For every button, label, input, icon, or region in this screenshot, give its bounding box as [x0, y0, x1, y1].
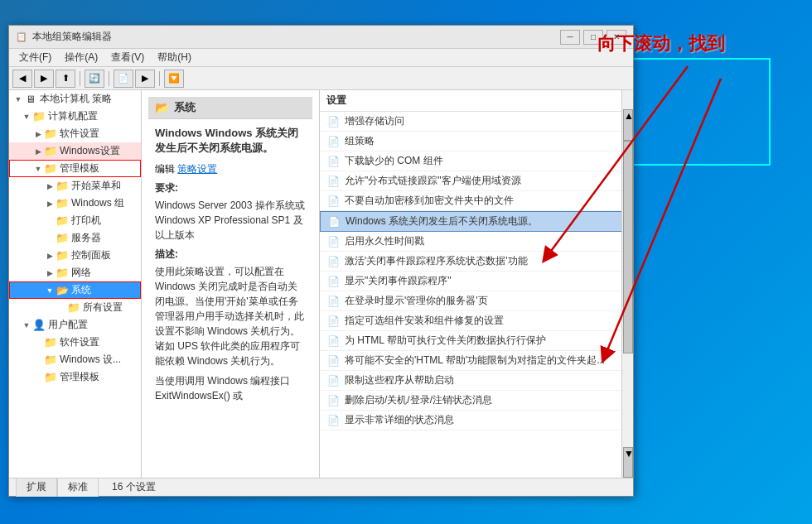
folder-icon: 📁: [56, 250, 69, 262]
tree-item-windows-settings[interactable]: ▶ 📁 Windows设置: [9, 142, 141, 160]
expand-icon[interactable]: ▶: [44, 180, 56, 192]
settings-item-10[interactable]: 📄 指定可选组件安装和组件修复的设置: [320, 311, 633, 331]
help-button[interactable]: ▶: [135, 70, 155, 88]
expand-icon[interactable]: [44, 233, 56, 244]
settings-item-6[interactable]: 📄 启用永久性时间戳: [320, 232, 633, 252]
folder-icon: 📁: [44, 372, 57, 383]
expand-icon[interactable]: ▶: [44, 198, 56, 209]
refresh-button[interactable]: 🔄: [85, 70, 104, 88]
item-label: 删除启动/关机/登录/注销状态消息: [345, 393, 492, 407]
item-label: 为 HTML 帮助可执行文件关闭数据执行行保护: [345, 334, 546, 348]
folder-icon: 📁: [44, 354, 57, 366]
settings-item-7[interactable]: 📄 激活'关闭事件跟踪程序系统状态数据'功能: [320, 252, 633, 272]
doc-icon: 📄: [325, 155, 341, 168]
menu-help[interactable]: 帮助(H): [151, 49, 198, 66]
tree-item-software-settings[interactable]: ▶ 📁 软件设置: [9, 125, 141, 142]
expand-icon[interactable]: ▼: [21, 320, 32, 331]
expand-icon[interactable]: [32, 337, 44, 349]
expand-icon[interactable]: [32, 354, 44, 366]
tree-item-user-software[interactable]: 📁 软件设置: [9, 334, 141, 351]
tree-item-start-menu[interactable]: ▶ 📁 开始菜单和: [9, 177, 141, 195]
doc-icon: 📄: [325, 135, 341, 148]
main-content: ▼ 🖥 本地计算机 策略 ▼ 📁 计算机配置 ▶ 📁 软件设置 ▶ 📁: [9, 90, 633, 478]
tree-item-admin-templates[interactable]: ▼ 📁 管理模板: [9, 160, 141, 177]
settings-item-12[interactable]: 📄 将可能不安全的'HTML 帮助'功能限制为对指定的文件夹起...: [320, 351, 633, 371]
tab-standard[interactable]: 标准: [57, 478, 99, 497]
item-label: 允许"分布式链接跟踪"客户端使用域资源: [345, 174, 521, 188]
settings-item-4[interactable]: 📄 不要自动加密移到加密文件夹中的文件: [320, 191, 633, 211]
tree-label: 打印机: [71, 214, 101, 228]
settings-item-8[interactable]: 📄 显示"关闭事件跟踪程序": [320, 272, 633, 291]
desc-heading: Windows Windows 系统关闭发生后不关闭系统电源。: [155, 126, 306, 156]
panel-folder-icon: 📂: [155, 101, 169, 114]
forward-button[interactable]: ▶: [34, 70, 54, 88]
settings-item-14[interactable]: 📄 删除启动/关机/登录/注销状态消息: [320, 391, 633, 411]
doc-icon: 📄: [325, 295, 341, 308]
expand-icon[interactable]: ▶: [32, 128, 44, 140]
settings-item-2[interactable]: 📄 下载缺少的 COM 组件: [320, 151, 633, 171]
settings-item-15[interactable]: 📄 显示非常详细的状态消息: [320, 411, 633, 430]
menu-action[interactable]: 操作(A): [58, 49, 104, 66]
expand-icon[interactable]: ▼: [12, 94, 24, 105]
up-button[interactable]: ⬆: [56, 70, 75, 88]
desc-edit-section: 编辑 策略设置: [155, 162, 306, 176]
expand-icon[interactable]: ▼: [32, 163, 44, 175]
tree-item-network[interactable]: ▶ 📁 网络: [9, 264, 141, 281]
policy-link[interactable]: 策略设置: [177, 163, 217, 175]
desc-text: 使用此策略设置，可以配置在Windows 关闭完成时是否自动关闭电源。当使用'开…: [155, 264, 306, 368]
scroll-up-arrow[interactable]: ▲: [623, 109, 633, 140]
settings-item-11[interactable]: 📄 为 HTML 帮助可执行文件关闭数据执行行保护: [320, 331, 633, 351]
back-button[interactable]: ◀: [12, 70, 32, 88]
tree-item-local-policy[interactable]: ▼ 🖥 本地计算机 策略: [9, 90, 141, 108]
minimize-button[interactable]: ─: [560, 30, 580, 45]
tree-item-user-config[interactable]: ▼ 👤 用户配置: [9, 316, 141, 334]
tree-label: 管理模板: [60, 161, 99, 175]
folder-icon: 📁: [56, 198, 69, 209]
expand-icon[interactable]: ▼: [44, 285, 56, 296]
tab-expand[interactable]: 扩展: [16, 478, 57, 497]
settings-item-9[interactable]: 📄 在登录时显示'管理你的服务器'页: [320, 291, 633, 311]
desc-req-section: 要求: Windows Server 2003 操作系统或 Windows XP…: [155, 181, 306, 243]
filter-button[interactable]: 🔽: [164, 70, 184, 88]
doc-icon: 📄: [325, 394, 341, 407]
expand-icon[interactable]: [56, 302, 67, 314]
expand-icon[interactable]: ▶: [44, 267, 56, 279]
item-label: 组策略: [345, 134, 375, 148]
settings-item-13[interactable]: 📄 限制这些程序从帮助启动: [320, 371, 633, 391]
tree-label: Windows 设...: [60, 353, 121, 367]
tree-item-windows-group[interactable]: ▶ 📁 Windows 组: [9, 195, 141, 212]
expand-icon[interactable]: ▼: [21, 111, 32, 123]
item-label: 显示非常详细的状态消息: [345, 413, 454, 427]
scrollbar-thumb[interactable]: [623, 141, 633, 353]
tree-label: 计算机配置: [48, 109, 98, 123]
tree-item-printer[interactable]: 📁 打印机: [9, 212, 141, 229]
settings-item-3[interactable]: 📄 允许"分布式链接跟踪"客户端使用域资源: [320, 171, 633, 191]
tree-label: 用户配置: [48, 318, 88, 332]
tree-item-system[interactable]: ▼ 📂 系统: [9, 281, 141, 299]
menu-file[interactable]: 文件(F): [12, 49, 58, 66]
doc-icon: 📄: [326, 215, 342, 228]
menu-view[interactable]: 查看(V): [104, 49, 151, 66]
tree-item-server[interactable]: 📁 服务器: [9, 229, 141, 247]
folder-icon: 📁: [32, 111, 46, 123]
expand-icon[interactable]: [32, 372, 44, 383]
desc-desc-section: 描述: 使用此策略设置，可以配置在Windows 关闭完成时是否自动关闭电源。当…: [155, 248, 306, 368]
scroll-down-arrow[interactable]: ▼: [623, 447, 633, 478]
count-text: 16 个设置: [112, 480, 156, 494]
expand-icon[interactable]: [44, 215, 56, 227]
properties-button[interactable]: 📄: [114, 70, 133, 88]
settings-item-1[interactable]: 📄 组策略: [320, 132, 633, 151]
tree-item-control-panel[interactable]: ▶ 📁 控制面板: [9, 247, 141, 264]
doc-icon: 📄: [325, 195, 341, 208]
tree-item-computer-config[interactable]: ▼ 📁 计算机配置: [9, 108, 141, 125]
tree-item-user-windows[interactable]: 📁 Windows 设...: [9, 351, 141, 368]
tree-item-user-admin[interactable]: 📁 管理模板: [9, 368, 141, 386]
settings-panel: 设置 📄 增强存储访问 📄 组策略 📄 下载缺少的 COM 组件 📄 允许"分布…: [320, 90, 633, 478]
settings-item-0[interactable]: 📄 增强存储访问: [320, 112, 633, 132]
tree-item-all-settings[interactable]: 📁 所有设置: [9, 299, 141, 316]
doc-icon: 📄: [325, 334, 341, 348]
expand-icon[interactable]: ▶: [44, 250, 56, 262]
settings-item-5-highlighted[interactable]: 📄 Windows 系统关闭发生后不关闭系统电源。: [320, 211, 633, 232]
expand-icon[interactable]: ▶: [32, 146, 44, 157]
scrollbar-track[interactable]: ▲ ▼: [621, 90, 633, 478]
